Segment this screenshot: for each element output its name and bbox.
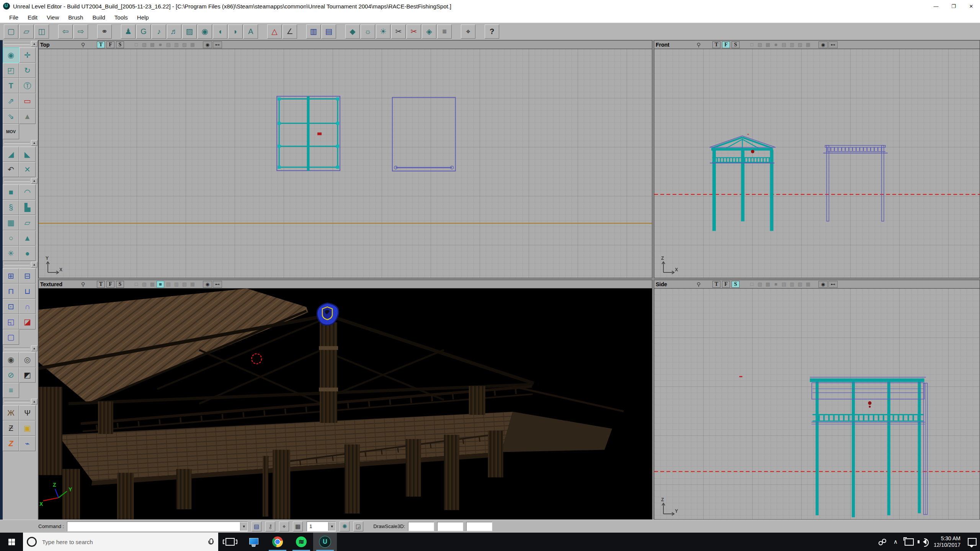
intersect-brush[interactable]: ⊓ [3, 284, 19, 299]
hidden-icons-chevron[interactable]: ∧ [890, 533, 901, 551]
clip-rotate[interactable]: ↶ [3, 162, 19, 177]
section-collapse-button[interactable]: ▲ [31, 262, 38, 267]
bsp-cuts-mode[interactable]: ▩ [149, 281, 156, 288]
redo-button[interactable]: ⇨ [74, 24, 88, 39]
bsp-terrain-brush[interactable]: ▦ [3, 215, 19, 230]
pc-monitor-app[interactable] [242, 533, 266, 551]
cone-brush[interactable]: ▲ [19, 230, 36, 246]
save-map-button[interactable]: ◫ [34, 24, 49, 39]
ut2004-app[interactable]: U [313, 533, 337, 551]
brush-rotate-mode[interactable]: ↻ [19, 63, 36, 78]
drawscale3d-z-input[interactable] [466, 522, 492, 531]
build-options-button[interactable]: ≡ [437, 24, 452, 39]
viewport-top-canvas[interactable]: Y X [39, 49, 652, 278]
taskbar-clock[interactable]: 5:30 AM 12/10/2017 [930, 535, 964, 548]
add-special-brush[interactable]: ⊡ [3, 299, 19, 314]
texture-usage-mode[interactable]: ▦ [804, 281, 812, 288]
microphone-icon[interactable] [208, 538, 213, 545]
prefab-browser-button[interactable]: ◖ [213, 24, 227, 39]
section-collapse-button[interactable]: ▲ [31, 178, 38, 184]
section-collapse-button[interactable]: ▲ [31, 346, 38, 351]
textured-mode-front[interactable]: F [106, 281, 114, 288]
light-only-mode[interactable]: ▤ [780, 281, 788, 288]
depth-complexity-mode[interactable]: ▨ [796, 281, 804, 288]
music-browser-button[interactable]: ♪ [152, 24, 166, 39]
viewport-textured-canvas[interactable]: X Z Y [39, 289, 652, 519]
cylinder-brush[interactable]: ○ [3, 230, 19, 246]
texture-usage-mode[interactable]: ▦ [189, 41, 196, 48]
show-all-actors[interactable]: ◩ [19, 367, 36, 383]
undo-button[interactable]: ⇦ [58, 24, 73, 39]
menu-view[interactable]: View [42, 14, 64, 21]
brush-scale-mode[interactable]: ⇗ [3, 93, 19, 109]
joystick-icon[interactable]: ⚲ [695, 41, 702, 48]
mesh-viewer-button[interactable]: ◉ [198, 24, 212, 39]
side-mode-front[interactable]: F [722, 281, 730, 288]
joystick-icon[interactable]: ⚲ [79, 281, 87, 288]
menu-tools[interactable]: Tools [110, 14, 132, 21]
section-collapse-button[interactable]: ▲ [31, 41, 38, 47]
add-volume[interactable]: ▢ [3, 329, 19, 345]
invert-selection[interactable]: ⊘ [3, 367, 19, 383]
section-collapse-button[interactable]: ▲ [31, 399, 38, 404]
network-button[interactable] [901, 533, 917, 551]
front-mode-front[interactable]: F [722, 41, 730, 48]
section-collapse-button[interactable]: ▲ [31, 140, 38, 146]
spiral-stair-brush[interactable]: § [3, 200, 19, 215]
build-geometry-button[interactable]: △ [267, 24, 282, 39]
depth-complexity-mode[interactable]: ▨ [181, 41, 188, 48]
build-changed-paths-button[interactable]: ✂ [407, 24, 421, 39]
top-mode-side[interactable]: S [116, 41, 124, 48]
deintersect-brush[interactable]: ⊔ [19, 284, 36, 299]
realtime-preview-icon[interactable]: ⊷ [828, 41, 838, 48]
delete-clip-markers[interactable]: ✕ [19, 162, 36, 177]
textured-mode-top[interactable]: T [97, 281, 105, 288]
command-input[interactable] [67, 522, 240, 531]
bsp-cuts-mode[interactable]: ▩ [764, 281, 772, 288]
action-center-button[interactable] [964, 533, 980, 551]
side-mode-top[interactable]: T [712, 281, 720, 288]
sheet-brush[interactable]: ▱ [19, 215, 36, 230]
front-mode-top[interactable]: T [712, 41, 720, 48]
log-window-button[interactable]: ▤ [252, 522, 261, 531]
textured-mode[interactable]: ■ [157, 41, 164, 48]
sound-browser-button[interactable]: ♬ [167, 24, 181, 39]
wireframe-mode[interactable]: □ [132, 41, 140, 48]
show-selected-actors[interactable]: ◉ [3, 352, 19, 367]
zone-portal-mode[interactable]: ▧ [140, 41, 148, 48]
menu-build[interactable]: Build [88, 14, 109, 21]
search-actors-button[interactable]: ⚭ [97, 24, 112, 39]
curved-stair-brush[interactable]: ◠ [19, 184, 36, 200]
build-paths-button[interactable]: ✂ [391, 24, 406, 39]
build-lighting-button[interactable]: ☼ [361, 24, 375, 39]
zone-portal-mode[interactable]: ▧ [756, 281, 764, 288]
chrome-app[interactable] [266, 533, 289, 551]
light-only-mode[interactable]: ▤ [780, 41, 788, 48]
add-antiportal[interactable]: ◪ [19, 314, 36, 329]
menu-edit[interactable]: Edit [23, 14, 42, 21]
depth-complexity-mode[interactable]: ▨ [181, 281, 188, 288]
lighting-mode[interactable]: ▥ [173, 281, 180, 288]
brush-clip[interactable]: ◢ [3, 147, 19, 162]
front-mode-side[interactable]: S [732, 41, 740, 48]
actor-snap-button[interactable]: ⌖ [279, 522, 289, 531]
textured-mode[interactable]: ■ [772, 281, 780, 288]
terrain-editing-mode[interactable]: ▲ [19, 109, 36, 124]
depth-complexity-mode[interactable]: ▨ [796, 41, 804, 48]
texture-browser-button[interactable]: ▨ [182, 24, 197, 39]
tetrahedron-brush[interactable]: ● [19, 246, 36, 261]
side-mode-side[interactable]: S [732, 281, 740, 288]
maximize-button[interactable]: ❐ [945, 0, 962, 12]
menu-help[interactable]: Help [132, 14, 154, 21]
viewport-side-canvas[interactable]: Z Y [654, 289, 980, 519]
realtime-preview-icon[interactable]: ⊷ [213, 41, 222, 48]
add-brush[interactable]: ⊞ [3, 268, 19, 284]
wireframe-mode[interactable]: □ [132, 281, 140, 288]
viewport-splitter-vertical[interactable] [652, 40, 654, 520]
light-only-mode[interactable]: ▤ [165, 281, 172, 288]
texture-usage-mode[interactable]: ▦ [804, 41, 812, 48]
viewport-front-canvas[interactable]: Z X [654, 49, 980, 278]
build-geometry-only-button[interactable]: ◆ [345, 24, 360, 39]
camera-movement-mode[interactable]: ◉ [3, 47, 19, 63]
actor-class-browser-button[interactable]: ♟ [121, 24, 136, 39]
